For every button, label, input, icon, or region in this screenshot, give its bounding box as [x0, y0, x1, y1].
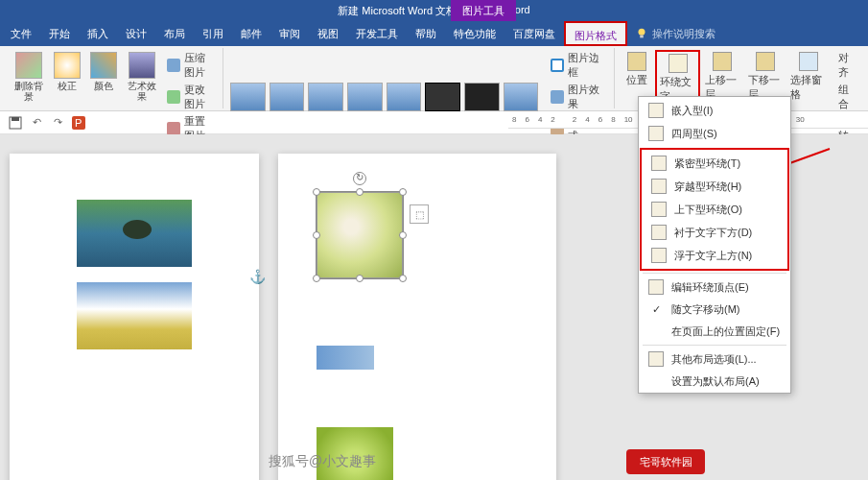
selection-icon [799, 52, 818, 71]
artistic-effects-button[interactable]: 艺术效果 [123, 50, 161, 104]
wrap-text-icon [669, 54, 688, 73]
tab-mailings[interactable]: 邮件 [232, 21, 270, 46]
artistic-label: 艺术效果 [127, 81, 157, 102]
tab-review[interactable]: 审阅 [270, 21, 309, 46]
tab-insert[interactable]: 插入 [79, 21, 117, 46]
topbottom-icon [651, 202, 667, 217]
resize-handle-w[interactable] [313, 231, 320, 239]
ribbon-group-picture-styles: 图片边框 图片效果 图片版式 图片样式 [223, 48, 615, 108]
align-button[interactable]: 对齐 [834, 50, 858, 81]
selection-pane-button[interactable]: 选择窗格 [787, 50, 829, 104]
front-icon [651, 248, 667, 263]
picture-style-7[interactable] [464, 83, 500, 111]
picture-style-8[interactable] [504, 83, 539, 111]
compress-pictures-button[interactable]: 压缩图片 [163, 50, 217, 81]
tab-baidu[interactable]: 百度网盘 [504, 21, 564, 46]
edit-wrap-points[interactable]: 编辑环绕顶点(E) [639, 276, 790, 299]
remove-background-button[interactable]: 删除背景 [10, 50, 48, 104]
position-icon [627, 52, 646, 71]
more-icon [648, 351, 664, 367]
save-button[interactable] [8, 115, 23, 131]
page-1 [10, 154, 259, 480]
picture-style-4[interactable] [347, 83, 383, 111]
wrap-option-square[interactable]: 四周型(S) [639, 122, 790, 145]
set-default-layout[interactable]: 设置为默认布局(A) [639, 371, 790, 393]
wrap-option-tight[interactable]: 紧密型环绕(T) [642, 152, 787, 175]
tab-special[interactable]: 特色功能 [445, 21, 504, 46]
picture-effects-button[interactable]: 图片效果 [547, 82, 608, 112]
lightbulb-icon [635, 27, 648, 40]
group-button[interactable]: 组合 [834, 82, 858, 112]
picture-style-3[interactable] [308, 83, 343, 111]
svg-rect-3 [12, 117, 19, 121]
tab-layout[interactable]: 布局 [155, 21, 194, 46]
svg-rect-1 [640, 36, 644, 38]
fix-position[interactable]: 在页面上的位置固定(F) [639, 321, 790, 343]
wrap-option-behind[interactable]: 衬于文字下方(D) [642, 221, 787, 244]
tell-me-search[interactable]: 操作说明搜索 [635, 27, 716, 41]
inline-icon [648, 103, 664, 118]
ribbon-group-adjust: 删除背景 校正 颜色 艺术效果 压缩图片 更改图片 重置图片 调整 [4, 48, 223, 108]
tight-icon [651, 156, 667, 171]
resize-handle-se[interactable] [399, 275, 407, 282]
title-bar: 新建 Microsoft Word 文档 (2).docx - Word 图片工… [0, 0, 868, 21]
backward-icon [756, 52, 775, 71]
tab-developer[interactable]: 开发工具 [347, 21, 407, 46]
picture-style-5[interactable] [387, 83, 422, 111]
wrap-option-inline[interactable]: 嵌入型(I) [639, 99, 790, 122]
change-picture-button[interactable]: 更改图片 [163, 82, 217, 112]
wrap-option-through[interactable]: 穿越型环绕(H) [642, 175, 787, 198]
redo-button[interactable]: ↷ [50, 115, 65, 131]
color-button[interactable]: 颜色 [86, 50, 121, 93]
resize-handle-e[interactable] [399, 231, 407, 239]
powerpoint-button[interactable]: P [71, 115, 86, 131]
image-duck[interactable] [77, 200, 192, 267]
svg-text:P: P [75, 117, 82, 129]
resize-handle-n[interactable] [356, 188, 364, 196]
behind-icon [651, 225, 667, 240]
page-2: ⚓ ⬚ [278, 154, 556, 480]
picture-style-2[interactable] [270, 83, 305, 111]
wrap-text-dropdown: 嵌入型(I) 四周型(S) 紧密型环绕(T) 穿越型环绕(H) 上下型环绕(O)… [638, 96, 791, 394]
square-icon [648, 126, 664, 141]
undo-button[interactable]: ↶ [29, 115, 44, 131]
change-picture-icon [167, 90, 180, 104]
border-icon [551, 59, 564, 72]
tab-picture-format[interactable]: 图片格式 [564, 21, 627, 46]
watermark-badge: 宅哥软件园 [626, 449, 705, 474]
image-sky-strip[interactable] [317, 346, 374, 370]
rotate-handle[interactable] [353, 172, 366, 185]
tab-references[interactable]: 引用 [194, 21, 232, 46]
layout-options-button[interactable]: ⬚ [410, 204, 429, 224]
picture-style-1[interactable] [230, 83, 266, 111]
separator [643, 273, 786, 274]
image-mountains[interactable] [77, 282, 192, 349]
corrections-button[interactable]: 校正 [50, 50, 84, 93]
move-with-text[interactable]: ✓随文字移动(M) [639, 299, 790, 321]
tab-design[interactable]: 设计 [117, 21, 155, 46]
context-tab-picture-tools: 图片工具 [451, 0, 516, 21]
resize-handle-s[interactable] [356, 275, 364, 282]
tab-help[interactable]: 帮助 [407, 21, 445, 46]
wrap-option-topbottom[interactable]: 上下型环绕(O) [642, 198, 787, 221]
through-icon [651, 179, 667, 194]
image-blossom-selected[interactable]: ⬚ [317, 192, 403, 278]
powerpoint-icon: P [72, 116, 85, 130]
tab-home[interactable]: 开始 [40, 21, 79, 46]
tab-file[interactable]: 文件 [2, 21, 40, 46]
ribbon-tabs: 文件 开始 插入 设计 布局 引用 邮件 审阅 视图 开发工具 帮助 特色功能 … [0, 21, 868, 46]
reset-icon [167, 122, 180, 135]
picture-style-6[interactable] [425, 83, 460, 111]
resize-handle-sw[interactable] [313, 275, 320, 282]
position-button[interactable]: 位置 [621, 50, 653, 89]
compress-icon [167, 59, 180, 72]
resize-handle-nw[interactable] [313, 188, 320, 196]
check-icon: ✓ [648, 303, 664, 316]
wrap-option-front[interactable]: 浮于文字上方(N) [642, 244, 787, 267]
tell-me-label: 操作说明搜索 [652, 27, 716, 41]
edit-points-icon [648, 279, 664, 295]
resize-handle-ne[interactable] [399, 188, 407, 196]
picture-border-button[interactable]: 图片边框 [547, 50, 608, 81]
tab-view[interactable]: 视图 [309, 21, 347, 46]
more-layout-options[interactable]: 其他布局选项(L)... [639, 348, 790, 371]
